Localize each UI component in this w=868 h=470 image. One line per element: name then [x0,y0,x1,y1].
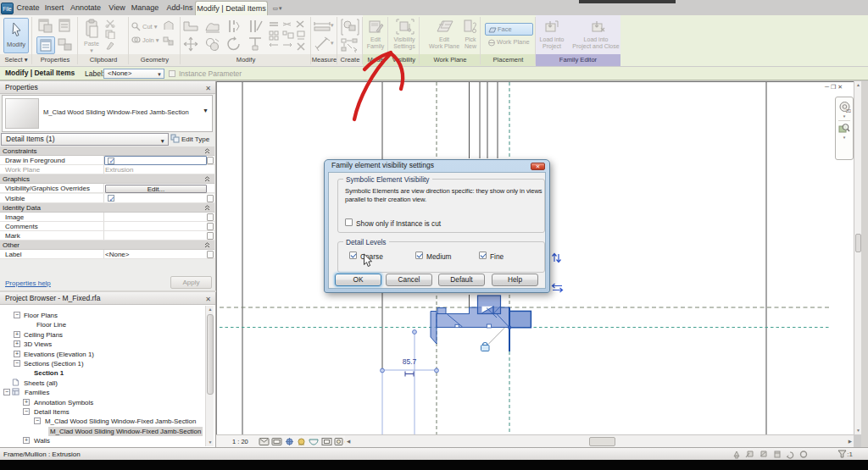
cut-profile-icon[interactable] [204,19,221,33]
tab-manage[interactable]: Manage [130,0,160,15]
tree-item[interactable]: 3D Views [24,340,52,349]
temporary-dimension[interactable]: 85.7 [381,330,439,377]
coarse-checkbox[interactable] [349,252,357,259]
join-icon[interactable] [131,36,141,45]
instance-parameter-checkbox[interactable] [169,70,175,77]
ok-button[interactable]: OK [335,274,381,286]
panel-label-family-editor[interactable]: Family Editor [536,54,620,66]
load-into-project-label[interactable]: Load intoProject [536,36,568,50]
properties-alt-icon[interactable] [57,18,74,35]
property-section-row[interactable]: Identity Data [0,203,214,213]
property-checkbox[interactable] [108,195,114,202]
canvas-vscroll-thumb[interactable] [855,234,861,252]
ellipsis-button[interactable] [207,195,214,202]
tab-modify-detail-items[interactable]: Modify | Detail Items [195,1,268,15]
load-into-project-close-icon[interactable] [591,19,606,34]
family-element-visibility-dialog[interactable]: Family element visibility settings ✕ Sym… [324,159,550,293]
edit-work-plane-label[interactable]: EditWork Plane [426,36,463,50]
cut-label[interactable]: Cut ▾ [142,23,158,30]
tree-item[interactable]: Walls [34,436,50,445]
tree-item[interactable]: Sheets (all) [24,379,58,388]
cut-clipboard-icon[interactable] [105,19,115,28]
copy-icon[interactable] [105,30,115,39]
panel-label-mode[interactable]: Mode [363,54,388,66]
lock-constraint-icon[interactable] [481,328,505,351]
ellipsis-button[interactable] [207,251,214,258]
make-permanent-icon[interactable] [405,372,414,377]
tree-item[interactable]: Floor Line [36,320,66,329]
tree-expand-icon[interactable]: + [23,437,30,444]
selected-extrusion[interactable] [431,296,531,351]
fine-checkbox[interactable] [479,252,487,259]
view-scale[interactable]: 1 : 20 [232,438,248,445]
element-filter-select[interactable]: Detail Items (1)▼ [1,133,169,146]
panel-label-select[interactable]: Select ▾ [0,54,32,66]
properties-help-link[interactable]: Properties help [5,279,51,287]
panel-label-visibility[interactable]: Visibility [388,54,420,66]
tree-collapse-icon[interactable]: − [14,312,20,318]
tree-item[interactable]: Section 1 [34,368,64,378]
tab-annotate[interactable]: Annotate [69,0,103,15]
ellipsis-button[interactable] [207,232,214,240]
label-select[interactable]: <None>▼ [103,69,164,79]
tab-view[interactable]: View [107,0,127,15]
visibility-settings-icon[interactable] [396,19,415,35]
scrollbar-thumb[interactable] [207,314,214,395]
copy-modify-icon[interactable] [204,36,221,53]
properties-palette-button[interactable] [36,36,55,54]
panel-label-work-plane[interactable]: Work Plane [420,54,481,66]
drag-grip[interactable] [508,326,511,329]
view-window-controls[interactable]: ─ ❐ ✕ [825,84,855,91]
create-similar-icon[interactable] [341,38,359,53]
tree-item[interactable]: Detail Items [34,407,70,417]
panel-label-create[interactable]: Create [337,54,363,66]
project-browser-scrollbar[interactable]: ▲ ▼ [205,306,214,446]
canvas-horizontal-scrollbar[interactable]: ◀ ▶ [345,434,854,447]
tree-collapse-icon[interactable]: − [14,360,20,367]
dimension-grip[interactable] [381,368,385,373]
status-icons[interactable] [732,450,826,459]
dimension-grip[interactable] [435,368,439,373]
pick-new-icon[interactable] [463,19,478,35]
panel-label-geometry[interactable]: Geometry [129,54,181,66]
type-selector-arrow-icon[interactable]: ▼ [203,108,209,113]
properties-header[interactable]: Properties✕ [0,81,215,94]
scroll-right-icon[interactable]: ▶ [849,439,852,444]
tab-create[interactable]: Create [15,0,41,15]
edit-overrides-button[interactable]: Edit... [105,185,207,193]
zoom-icon[interactable] [838,123,850,134]
project-browser-close-icon[interactable]: ✕ [205,293,211,306]
zoom-dropdown-icon[interactable]: ▾ [836,134,853,141]
cancel-button[interactable]: Cancel [386,274,432,286]
canvas-hscroll-thumb[interactable] [589,437,615,446]
tree-expand-icon[interactable]: + [23,399,30,406]
join-label[interactable]: Join ▾ [142,36,159,44]
tree-item[interactable]: Families [25,388,49,397]
panel-label-placement[interactable]: Placement [481,54,536,66]
property-section-row[interactable]: Other [0,241,214,250]
aligned-dimension-icon[interactable] [314,36,331,52]
scroll-down-icon[interactable]: ▼ [206,439,214,446]
match-type-icon[interactable] [105,41,115,51]
ribbon-display-toggle[interactable]: ▭▾ [270,3,286,13]
selection-filter[interactable]: :1 [837,450,853,458]
edit-type-button[interactable]: Edit Type [170,133,214,146]
paste-icon[interactable] [85,19,99,40]
dimension-dropdown-arrow[interactable]: ▾ [331,40,334,47]
collapse-chevron-icon[interactable] [204,148,210,154]
tree-item[interactable]: M_Clad Wood Sliding Window-Fixed Jamb-Se… [48,427,203,436]
split-element-icon[interactable] [226,19,242,34]
measure-dropdown-arrow[interactable]: ▾ [331,22,334,29]
edit-family-icon[interactable] [368,19,385,35]
scroll-left-icon[interactable]: ◀ [347,439,350,444]
property-value[interactable]: <None> [105,251,129,258]
help-button[interactable]: Help [492,274,538,286]
view-close-icon[interactable]: ✕ [837,84,843,90]
default-button[interactable]: Default [438,274,485,286]
property-section-row[interactable]: Constraints [0,147,214,156]
ellipsis-button[interactable] [207,223,214,230]
create-group-icon[interactable] [341,19,359,36]
dimension-value[interactable]: 85.7 [403,357,417,366]
ellipsis-button[interactable] [207,213,214,221]
coping-icon[interactable] [182,19,199,33]
